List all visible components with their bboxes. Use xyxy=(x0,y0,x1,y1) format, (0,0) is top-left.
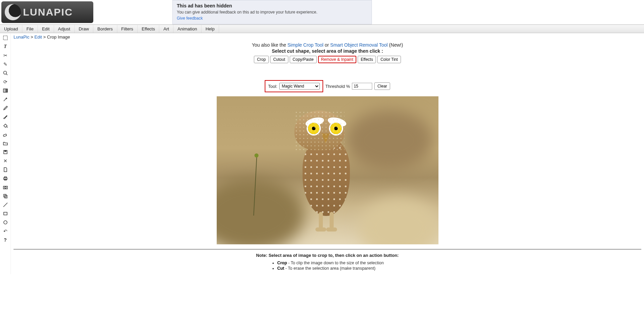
note-item: Crop - To clip the image down to the siz… xyxy=(277,261,384,265)
note-item-t: - To erase the selection area (make tran… xyxy=(284,266,376,271)
bucket-icon[interactable] xyxy=(2,122,9,129)
pen-icon[interactable]: ✎ xyxy=(2,61,9,68)
smart-removal-link[interactable]: Smart Object Removal Tool xyxy=(330,42,388,48)
rotate-icon[interactable]: ⟳ xyxy=(2,78,9,85)
rect-icon[interactable] xyxy=(2,210,9,217)
tool-row: Tool: Magic Wand Threshold % Clear xyxy=(265,80,390,92)
divider xyxy=(14,249,641,249)
menu-adjust[interactable]: Adjust xyxy=(54,25,75,33)
center-block: You also like the Simple Crop Tool or Sm… xyxy=(13,42,642,244)
svg-line-2 xyxy=(6,74,7,75)
breadcrumb-tail: Crop Image xyxy=(47,34,70,40)
menu-draw[interactable]: Draw xyxy=(75,25,93,33)
menu-file[interactable]: File xyxy=(22,25,38,33)
menu-art[interactable]: Art xyxy=(159,25,173,33)
logo-wrap: LUNAPIC xyxy=(0,0,95,24)
copy-icon[interactable] xyxy=(2,193,9,199)
menu-animation[interactable]: Animation xyxy=(173,25,201,33)
promo-prefix: You also like the xyxy=(252,42,287,48)
ad-notice: This ad has been hidden You can give add… xyxy=(172,0,372,24)
copypaste-button[interactable]: Copy/Paste xyxy=(290,56,317,63)
header-bar: LUNAPIC This ad has been hidden You can … xyxy=(0,0,644,25)
svg-rect-8 xyxy=(4,150,6,152)
svg-rect-10 xyxy=(4,177,6,178)
main-menu: Upload File Edit Adjust Draw Borders Fil… xyxy=(0,25,644,33)
note-item-t: - To clip the image down to the size of … xyxy=(287,261,384,265)
image-canvas[interactable] xyxy=(217,96,438,244)
menu-filters[interactable]: Filters xyxy=(117,25,138,33)
menu-edit[interactable]: Edit xyxy=(38,25,54,33)
note-item-b: Crop xyxy=(277,261,287,265)
side-toolbar: T ✂ ✎ ⟳ ✕ ↶ ? xyxy=(0,33,11,274)
crop-button[interactable]: Crop xyxy=(254,56,269,63)
note-title: Note: Select area of image to crop to, t… xyxy=(13,253,642,258)
camera-icon[interactable] xyxy=(2,184,9,191)
canvas-wrap xyxy=(13,96,642,244)
clear-button[interactable]: Clear xyxy=(374,82,390,90)
promo-sub: Select cut shape, select area of image t… xyxy=(13,48,642,54)
svg-rect-17 xyxy=(4,212,7,215)
select-rect-icon[interactable] xyxy=(2,34,9,41)
breadcrumb-sep2: > xyxy=(42,34,47,40)
cutout-button[interactable]: Cutout xyxy=(270,56,288,63)
logo-text: LUNAPIC xyxy=(23,6,73,18)
threshold-label: Threshold % xyxy=(325,84,350,89)
breadcrumb-edit[interactable]: Edit xyxy=(34,34,42,40)
promo-suffix: (New!) xyxy=(388,42,403,48)
circle-icon[interactable] xyxy=(2,219,9,226)
ad-feedback-link[interactable]: Give feedback xyxy=(177,16,367,21)
help-icon[interactable]: ? xyxy=(2,237,9,243)
menu-help[interactable]: Help xyxy=(201,25,219,33)
promo-mid: or xyxy=(324,42,330,48)
svg-point-5 xyxy=(6,127,7,128)
tool-select[interactable]: Magic Wand xyxy=(279,83,320,90)
moon-icon xyxy=(5,4,21,20)
note-block: Note: Select area of image to crop to, t… xyxy=(13,253,642,271)
breadcrumb-lunapic[interactable]: LunaPic xyxy=(14,34,29,40)
undo-icon[interactable]: ↶ xyxy=(2,228,9,235)
menu-upload[interactable]: Upload xyxy=(0,25,22,33)
svg-point-18 xyxy=(4,221,7,224)
svg-rect-6 xyxy=(3,134,6,137)
svg-point-13 xyxy=(4,187,6,189)
gradient-icon[interactable] xyxy=(2,87,9,94)
effects-button[interactable]: Effects xyxy=(358,56,376,63)
svg-rect-0 xyxy=(3,36,7,40)
eraser-icon[interactable] xyxy=(2,131,9,138)
main-panel: LunaPic > Edit > Crop Image You also lik… xyxy=(11,33,644,274)
svg-rect-3 xyxy=(3,89,7,92)
open-icon[interactable] xyxy=(2,140,9,147)
breadcrumb: LunaPic > Edit > Crop Image xyxy=(13,34,642,42)
promo-line: You also like the Simple Crop Tool or Sm… xyxy=(13,42,642,48)
remove-inpaint-button[interactable]: Remove & Inpaint xyxy=(318,56,356,63)
line-icon[interactable] xyxy=(2,201,9,208)
eyedropper-icon[interactable] xyxy=(2,105,9,112)
text-tool-icon[interactable]: T xyxy=(2,43,9,50)
svg-point-1 xyxy=(3,71,6,74)
magnify-icon[interactable] xyxy=(2,70,9,76)
page-icon[interactable] xyxy=(2,166,9,173)
owl-graphic xyxy=(288,111,352,236)
save-icon[interactable] xyxy=(2,149,9,155)
action-row: Crop Cutout Copy/Paste Remove & Inpaint … xyxy=(13,56,642,63)
content: T ✂ ✎ ⟳ ✕ ↶ ? LunaPic > Edit > Crop Imag… xyxy=(0,33,644,274)
simple-crop-link[interactable]: Simple Crop Tool xyxy=(287,42,323,48)
colortint-button[interactable]: Color Tint xyxy=(377,56,401,63)
threshold-input[interactable] xyxy=(352,83,372,90)
wand-icon[interactable] xyxy=(2,96,9,103)
brush-icon[interactable] xyxy=(2,114,9,120)
svg-line-4 xyxy=(4,98,6,101)
breadcrumb-sep: > xyxy=(29,34,34,40)
note-item-b: Cut xyxy=(277,266,284,271)
scissors-icon[interactable]: ✂ xyxy=(2,52,9,59)
menu-effects[interactable]: Effects xyxy=(138,25,160,33)
bg-blur xyxy=(345,110,433,171)
printer-icon[interactable] xyxy=(2,175,9,182)
svg-line-16 xyxy=(3,203,7,207)
menu-borders[interactable]: Borders xyxy=(93,25,117,33)
tool-label: Tool: xyxy=(268,84,277,89)
tool-select-highlight: Tool: Magic Wand xyxy=(265,80,323,92)
ad-desc: You can give additional feedback on this… xyxy=(177,10,367,15)
site-logo[interactable]: LUNAPIC xyxy=(1,1,93,23)
close-icon[interactable]: ✕ xyxy=(2,157,9,164)
